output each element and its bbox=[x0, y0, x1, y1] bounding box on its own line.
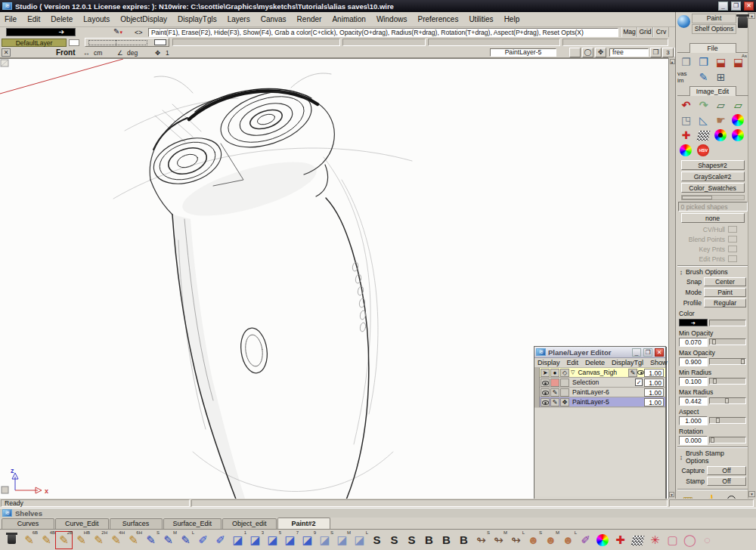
clone-m-icon[interactable]: ☻M bbox=[542, 531, 559, 549]
layer-color-box[interactable] bbox=[69, 39, 79, 46]
pen-s-icon[interactable]: ✎S bbox=[142, 531, 160, 549]
layer-row-selection[interactable]: Selection ✓ 1.00 bbox=[534, 378, 665, 388]
globe-icon[interactable] bbox=[677, 15, 690, 28]
blend-b1-icon[interactable]: B bbox=[420, 531, 438, 549]
slider-track[interactable] bbox=[709, 437, 746, 443]
editor-titlebar[interactable]: ≋ Plane/Layer Editor _ ❐ ✕ bbox=[534, 347, 665, 358]
slider-handle[interactable] bbox=[725, 398, 729, 403]
brush-options-header[interactable]: ↨ Brush Options bbox=[677, 266, 748, 277]
layer-opacity-value[interactable]: 1.00 bbox=[644, 398, 664, 406]
marker-1-icon[interactable]: ◪1 bbox=[229, 531, 246, 549]
rainbow-canvas-icon[interactable] bbox=[730, 113, 747, 128]
layer-opacity-value[interactable]: 1.00 bbox=[644, 369, 664, 377]
redo-icon[interactable]: ↷ bbox=[695, 97, 712, 113]
slider-value-field[interactable]: 0.442 bbox=[679, 397, 708, 406]
option-value-button[interactable]: Paint bbox=[704, 288, 746, 297]
marquee-circle-icon[interactable]: ◯ bbox=[681, 531, 699, 549]
shelf-tab[interactable]: Object_edit bbox=[222, 518, 277, 529]
brush-preview-control[interactable] bbox=[85, 38, 169, 47]
marquee-lasso-icon[interactable]: ◌ bbox=[699, 531, 716, 549]
prompt-line[interactable]: Paint(F1), Erase(F2), Hide(F3), Show(F4)… bbox=[148, 28, 618, 37]
trash-icon[interactable] bbox=[738, 17, 748, 28]
swatch-shelf-button[interactable]: Color_Swatches bbox=[681, 183, 745, 193]
collapse-toggle-icon[interactable]: ↨ bbox=[680, 269, 683, 276]
color-wheel-icon[interactable] bbox=[677, 143, 695, 158]
close-button[interactable]: ✕ bbox=[744, 2, 754, 11]
prompt-mode-button[interactable]: Grid bbox=[637, 27, 653, 37]
blend-b2-icon[interactable]: B bbox=[438, 531, 455, 549]
move-canvas-icon[interactable]: ✚ bbox=[612, 531, 629, 549]
pencil-hb-icon[interactable]: ✎HB bbox=[73, 531, 90, 549]
eye-icon[interactable] bbox=[637, 370, 644, 375]
maximize-button[interactable]: ❐ bbox=[731, 2, 741, 11]
layer-opacity-value[interactable]: 1.00 bbox=[644, 379, 664, 387]
shelves-header[interactable]: ≋ Shelves bbox=[0, 508, 756, 518]
swatch-shelf-button[interactable]: GrayScale#2 bbox=[681, 171, 745, 181]
color-swatch[interactable]: ➔ bbox=[679, 319, 708, 326]
slider-value-field[interactable]: 1.000 bbox=[679, 416, 708, 425]
paint-canvas-icon[interactable]: ✎ bbox=[695, 70, 712, 85]
plane-icon[interactable]: ◇ bbox=[560, 369, 569, 377]
menu-item[interactable]: DisplayTgls bbox=[178, 15, 217, 23]
save-canvas-as-icon[interactable]: ⬓As bbox=[730, 54, 747, 70]
circle-select-icon[interactable]: ◯ bbox=[582, 48, 593, 57]
felt-l-icon[interactable]: ◪L bbox=[351, 531, 368, 549]
canvas-scrollbar[interactable]: ▲▼ bbox=[668, 58, 675, 499]
brush-icon[interactable]: ✎ bbox=[550, 388, 559, 397]
eye-chip[interactable] bbox=[541, 388, 550, 397]
menu-item[interactable]: Canvas bbox=[261, 15, 287, 23]
menu-item[interactable]: File bbox=[5, 15, 17, 23]
color-slider[interactable] bbox=[709, 320, 746, 326]
slider-value-field[interactable]: 0.000 bbox=[679, 436, 708, 445]
empty-chip[interactable] bbox=[560, 379, 569, 387]
layout-pages-icon[interactable]: ❐ bbox=[650, 48, 662, 57]
pen-l-icon[interactable]: ✎L bbox=[177, 531, 194, 549]
editor-minimize-button[interactable]: _ bbox=[632, 348, 641, 357]
slider-value-field[interactable]: 0.100 bbox=[679, 377, 708, 386]
clone-s-icon[interactable]: ☻S bbox=[525, 531, 542, 549]
pencil-6h-icon[interactable]: ✎6H bbox=[125, 531, 142, 549]
marker-3-icon[interactable]: ◪3 bbox=[246, 531, 264, 549]
brush-tool-icon[interactable]: ✎▾ bbox=[113, 27, 122, 36]
view-name[interactable]: Front bbox=[56, 48, 76, 57]
blend-b3-icon[interactable]: B bbox=[455, 531, 472, 549]
pattern-checker-icon[interactable] bbox=[629, 531, 646, 549]
brush-wide-s-icon[interactable]: ✐ bbox=[194, 531, 212, 549]
layer-row-paintlayer-5[interactable]: ✎ ✥ PaintLayer-5 1.00 bbox=[534, 397, 665, 407]
open-canvas-icon[interactable]: ❒ bbox=[695, 54, 712, 70]
editor-maximize-button[interactable]: ❐ bbox=[643, 348, 652, 357]
menu-item[interactable]: Delete bbox=[51, 15, 73, 23]
undo-icon[interactable]: ↶ bbox=[677, 97, 695, 113]
flip-canvas-icon[interactable]: ▱ bbox=[712, 97, 730, 113]
layer-row-canvas[interactable]: ➤ ● ◇ ▽ Canvas_Righ ✎ 1.00 bbox=[534, 368, 665, 378]
option-value-button[interactable]: Center bbox=[704, 277, 746, 286]
default-layer-tab[interactable]: DefaultLayer bbox=[2, 39, 67, 47]
slider-value-field[interactable]: 0.070 bbox=[679, 338, 708, 347]
smudge-m-icon[interactable]: ↬M bbox=[490, 531, 507, 549]
clone-l-icon[interactable]: ☻L bbox=[559, 531, 577, 549]
menu-item[interactable]: Layouts bbox=[83, 15, 110, 23]
image-edit-shelf-tab[interactable]: Image_Edit bbox=[689, 86, 736, 96]
menu-item[interactable]: Edit bbox=[27, 15, 40, 23]
felt-m-icon[interactable]: ◪M bbox=[333, 531, 351, 549]
stamp-option-value[interactable]: Off bbox=[707, 466, 746, 475]
shelf-tab[interactable]: Curves bbox=[2, 518, 54, 529]
collapse-toggle-icon[interactable]: ↨ bbox=[680, 454, 683, 461]
layer-row-paintlayer-6[interactable]: ✎ PaintLayer-6 1.00 bbox=[534, 388, 665, 397]
selection-chip[interactable] bbox=[550, 379, 559, 387]
canvas-plane-icon[interactable] bbox=[1, 60, 8, 66]
slider-handle[interactable] bbox=[712, 339, 716, 345]
new-layer-canvas-icon[interactable]: ▱ bbox=[730, 97, 747, 113]
layer-name[interactable]: Selection bbox=[569, 379, 635, 386]
stamp-option-value[interactable]: Off bbox=[707, 477, 746, 486]
smooth-s2-icon[interactable]: S bbox=[386, 531, 403, 549]
menu-item[interactable]: Help bbox=[504, 15, 520, 23]
marker-5-icon[interactable]: ◪5 bbox=[264, 531, 281, 549]
magic-wand-icon[interactable]: ✳ bbox=[646, 531, 664, 549]
pencil-2b-icon[interactable]: ✎2B bbox=[55, 531, 73, 549]
editor-close-button[interactable]: ✕ bbox=[655, 348, 664, 357]
editor-menu-item[interactable]: Edit bbox=[567, 359, 579, 366]
layer-opacity-value[interactable]: 1.00 bbox=[644, 388, 664, 397]
menu-item[interactable]: Windows bbox=[376, 15, 407, 23]
pencil-2h-icon[interactable]: ✎2H bbox=[90, 531, 107, 549]
